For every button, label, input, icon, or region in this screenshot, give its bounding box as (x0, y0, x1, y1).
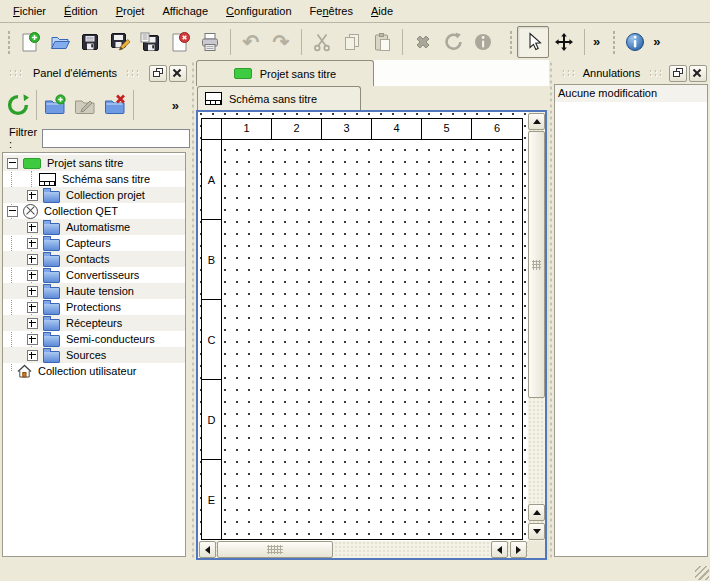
reload-collections-button[interactable] (3, 90, 33, 120)
tree-item-haute-tension[interactable]: Haute tension (3, 283, 185, 299)
undo-panel-titlebar[interactable]: Annulations (553, 60, 710, 84)
horizontal-scrollbar-thumb[interactable] (217, 541, 333, 558)
menu-label: e (202, 5, 208, 17)
row-header: D (202, 380, 221, 460)
cut-button[interactable] (307, 27, 337, 57)
horizontal-scrollbar[interactable] (198, 541, 528, 558)
scroll-up-button[interactable] (528, 113, 545, 130)
project-tab-label: Projet sans titre (260, 68, 336, 80)
tree-item-collection-qet[interactable]: Collection QET (3, 203, 185, 219)
menu-edition[interactable]: Édition (55, 2, 107, 20)
tree-item-schema[interactable]: Schéma sans titre (3, 171, 185, 187)
edit-category-button[interactable] (70, 90, 100, 120)
filter-input[interactable] (42, 129, 190, 148)
information-button[interactable] (620, 27, 650, 57)
collapse-expander-icon[interactable] (7, 158, 18, 169)
schema-icon (39, 173, 56, 186)
close-panel-button[interactable] (689, 65, 707, 82)
save-as-button[interactable] (105, 27, 135, 57)
toolbar-grip[interactable] (508, 29, 513, 55)
scroll-left-button[interactable] (199, 541, 216, 558)
new-category-button[interactable] (40, 90, 70, 120)
toolbar-grip[interactable] (611, 29, 616, 55)
menu-configuration[interactable]: Configuration (217, 2, 300, 20)
menu-fenetres[interactable]: Fenêtres (301, 2, 362, 20)
toolbar-grip[interactable] (6, 29, 11, 55)
new-document-button[interactable] (15, 27, 45, 57)
menu-projet[interactable]: Projet (107, 2, 154, 20)
tree-item-label: Collection utilisateur (38, 365, 136, 377)
collapse-expander-icon[interactable] (7, 206, 18, 217)
tree-item-capteurs[interactable]: Capteurs (3, 235, 185, 251)
folder-icon (43, 287, 60, 299)
column-header: 3 (322, 119, 372, 139)
print-button[interactable] (195, 27, 225, 57)
panel-overflow-button[interactable]: » (169, 98, 182, 113)
expand-expander-icon[interactable] (27, 318, 38, 329)
toolbar-separator (402, 29, 403, 55)
tree-item-recepteurs[interactable]: Récepteurs (3, 315, 185, 331)
undo-list-item[interactable]: Aucune modification (555, 85, 707, 102)
tree-item-semi-conducteurs[interactable]: Semi-conducteurs (3, 331, 185, 347)
tree-item-protections[interactable]: Protections (3, 299, 185, 315)
move-tool-button[interactable] (549, 27, 579, 57)
expand-expander-icon[interactable] (27, 334, 38, 345)
expand-expander-icon[interactable] (27, 286, 38, 297)
scroll-right-button[interactable] (510, 541, 527, 558)
close-panel-button[interactable] (169, 65, 187, 82)
delete-icon (412, 31, 434, 53)
dock-grip (125, 69, 142, 77)
tree-item-collection-utilisateur[interactable]: Collection utilisateur (3, 363, 185, 379)
element-info-button[interactable] (468, 27, 498, 57)
rotate-button[interactable] (438, 27, 468, 57)
tree-item-contacts[interactable]: Contacts (3, 251, 185, 267)
redo-button[interactable]: ↷ (266, 27, 296, 57)
float-panel-button[interactable] (149, 65, 167, 82)
menu-affichage[interactable]: Affichage (153, 2, 217, 20)
menu-fichier[interactable]: Fichier (4, 2, 55, 20)
close-file-button[interactable] (165, 27, 195, 57)
tree-item-sources[interactable]: Sources (3, 347, 185, 363)
expand-expander-icon[interactable] (27, 238, 38, 249)
diagram-canvas[interactable]: 1 2 3 4 5 6 A B C D E (198, 112, 528, 541)
tab-projet-sans-titre[interactable]: Projet sans titre (196, 60, 374, 86)
tree-item-collection-projet[interactable]: Collection projet (3, 187, 185, 203)
undo-button[interactable]: ↶ (236, 27, 266, 57)
toolbar-overflow-button[interactable]: » (650, 34, 663, 49)
menu-aide[interactable]: Aide (362, 2, 402, 20)
undo-history-list: Aucune modification (554, 84, 708, 557)
save-all-button[interactable] (135, 27, 165, 57)
delete-category-button[interactable] (100, 90, 130, 120)
tree-item-projet[interactable]: Projet sans titre (3, 155, 185, 171)
save-button[interactable] (75, 27, 105, 57)
vertical-scrollbar-thumb[interactable] (528, 131, 545, 398)
open-project-button[interactable] (45, 27, 75, 57)
elements-panel-titlebar[interactable]: Panel d'éléments (0, 60, 190, 84)
scroll-up-button[interactable] (528, 504, 545, 521)
filter-row: Filtrer : (0, 126, 190, 150)
expand-expander-icon[interactable] (27, 350, 38, 361)
paste-button[interactable] (367, 27, 397, 57)
diagram-subwindow[interactable]: 1 2 3 4 5 6 A B C D E (196, 110, 547, 560)
expand-expander-icon[interactable] (27, 270, 38, 281)
elements-tree: Projet sans titre Schéma sans titre Coll… (2, 152, 186, 557)
expand-expander-icon[interactable] (27, 190, 38, 201)
tab-schema-sans-titre[interactable]: Schéma sans titre (197, 86, 361, 110)
delete-button[interactable] (408, 27, 438, 57)
vertical-scrollbar[interactable] (528, 112, 545, 541)
expand-expander-icon[interactable] (27, 222, 38, 233)
copy-button[interactable] (337, 27, 367, 57)
select-tool-button[interactable] (517, 26, 549, 58)
scroll-down-button[interactable] (528, 523, 545, 540)
arrow-down-icon (533, 529, 541, 534)
edit-category-icon (73, 93, 97, 117)
tree-item-automatisme[interactable]: Automatisme (3, 219, 185, 235)
tree-item-convertisseurs[interactable]: Convertisseurs (3, 267, 185, 283)
open-document-icon (49, 31, 71, 53)
resize-grip[interactable] (695, 566, 709, 580)
scroll-left-button[interactable] (491, 541, 508, 558)
expand-expander-icon[interactable] (27, 254, 38, 265)
toolbar-overflow-button[interactable]: » (590, 34, 603, 49)
expand-expander-icon[interactable] (27, 302, 38, 313)
float-panel-button[interactable] (669, 65, 687, 82)
